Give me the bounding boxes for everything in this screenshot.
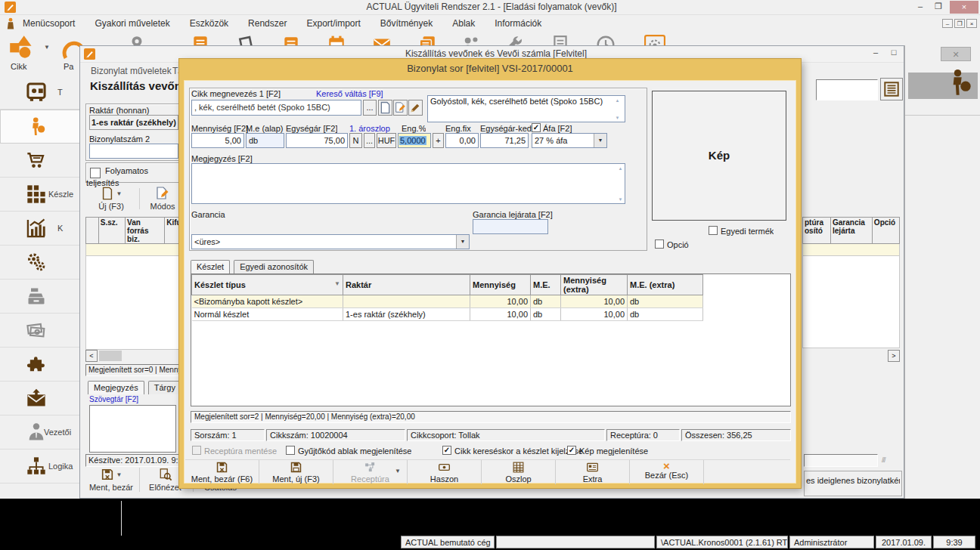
col-me-extra[interactable]: M.E. (extra) [628, 275, 703, 295]
huf-button[interactable]: HUF [377, 133, 396, 148]
grid-header-opcio[interactable]: Opció [873, 217, 900, 244]
window-menu-bizonylat[interactable]: Bizonylat műveletek [91, 66, 172, 76]
grid-body-right[interactable] [802, 256, 900, 348]
sidebar-item-safe[interactable]: T [0, 76, 80, 110]
tab-megjegyzes[interactable]: Megjegyzés [88, 381, 144, 394]
ment-bezar-window-button[interactable]: ▼ Ment, bezár [85, 468, 137, 492]
keszlet-kijelzes-checkbox[interactable] [442, 446, 451, 455]
toolbar-cikk-icon[interactable] [9, 35, 33, 59]
col-keszlet-tipus[interactable]: Készlet típus ▼ [192, 275, 343, 295]
haszon-button[interactable]: Haszon [408, 460, 482, 484]
sidebar-item-sales[interactable] [0, 110, 80, 144]
plus-button[interactable]: + [433, 133, 444, 148]
sidebar-item-send[interactable] [0, 382, 80, 416]
ar-browse-button[interactable]: ... [364, 133, 375, 148]
raktar-select[interactable]: 1-es raktár (székhely) [89, 115, 178, 130]
folyamatos-checkbox[interactable] [90, 168, 101, 178]
sidebar-item-cash-register[interactable] [0, 280, 80, 314]
oszlop-button[interactable]: Oszlop [482, 460, 556, 484]
megjegyzes-textarea[interactable] [89, 405, 176, 453]
kedv-input[interactable]: 71,25 [480, 133, 529, 148]
egyedi-termek-checkbox[interactable] [709, 226, 718, 235]
sidebar-item-settings[interactable] [0, 246, 80, 280]
cikk-input[interactable]: , kék, cserélhető betét (Spoko 15BC) [191, 100, 361, 116]
grid-header-receptura[interactable]: ptúra osító [802, 217, 831, 244]
chevron-down-icon[interactable]: ▼ [116, 190, 122, 197]
grid-row-right[interactable] [802, 244, 900, 256]
gyujtokod-checkbox[interactable] [286, 446, 295, 455]
window-close-button[interactable]: ✕ [941, 47, 971, 61]
app-maximize-button[interactable]: ❐ [930, 2, 947, 11]
kereso-valtas-link[interactable]: Kereső váltás [F9] [316, 89, 383, 98]
col-mennyiseg[interactable]: Mennyiség [470, 275, 531, 295]
menu-menucsoport[interactable]: Menücsoport [23, 18, 75, 29]
sidebar-item-money[interactable] [0, 314, 80, 348]
tab-egyedi-azonositok[interactable]: Egyedi azonosítók [234, 260, 314, 273]
sidebar-item-purchases[interactable] [0, 144, 80, 178]
modositas-button[interactable]: Módos [144, 187, 181, 211]
chevron-down-icon[interactable]: ▼ [116, 471, 122, 478]
col-mennyiseg-extra[interactable]: Mennyiség (extra) [561, 275, 628, 295]
hscroll-right-button[interactable]: > [888, 350, 900, 362]
aroszlop-link[interactable]: 1. ároszlop [349, 124, 390, 133]
afa-select[interactable]: 27 % áfa ▼ [532, 133, 607, 148]
sidebar-item-keszlet[interactable]: Készle [0, 178, 80, 212]
menu-informaciok[interactable]: Információk [495, 18, 541, 29]
n-button[interactable]: N [349, 133, 362, 148]
app-minimize-button[interactable]: – [912, 2, 929, 11]
sidebar-item-statistics[interactable]: K [0, 212, 80, 246]
grid-header-vanforras[interactable]: Van forrás biz. [126, 217, 165, 244]
grid-row-left[interactable] [85, 244, 186, 256]
menu-bovitmenyek[interactable]: Bővítmények [380, 18, 433, 29]
hscroll-left-button[interactable]: < [85, 350, 98, 362]
kep-megjelenites-checkbox[interactable] [567, 446, 576, 455]
sidebar-item-integration[interactable] [0, 348, 80, 382]
egysegar-input[interactable]: 75,00 [286, 133, 348, 148]
bizonylatszam-input[interactable] [89, 144, 178, 159]
right-input[interactable] [804, 454, 878, 467]
col-me[interactable]: M.E. [531, 275, 561, 295]
edit-item-button[interactable] [393, 100, 408, 116]
engfix-input[interactable]: 0,00 [445, 133, 479, 148]
toolbar-partner-label[interactable]: Pa [64, 62, 73, 71]
me-input[interactable]: db [246, 133, 284, 148]
col-raktar[interactable]: Raktár [343, 275, 470, 295]
menu-eszkozok[interactable]: Eszközök [190, 18, 228, 29]
bezar-button[interactable]: × Bezár (Esc) [630, 460, 704, 484]
grid-header-ssz[interactable]: S.sz. [99, 217, 126, 244]
scroll-up-icon[interactable]: ▲ [616, 165, 625, 171]
chevron-down-icon[interactable]: ▼ [456, 235, 469, 249]
mennyiseg-input[interactable]: 5,00 [191, 133, 244, 148]
menu-gyakori-muveletek[interactable]: Gyakori műveletek [95, 18, 169, 29]
chevron-down-icon[interactable]: ▼ [594, 134, 606, 147]
window-maximize-button[interactable]: □ [886, 48, 901, 57]
eng-input[interactable]: 5,0000 [398, 133, 431, 148]
opcio-checkbox[interactable] [655, 239, 664, 249]
grid-body-left[interactable] [85, 256, 186, 350]
hscroll-thumb[interactable] [99, 351, 122, 361]
mdi-minimize-button[interactable]: – [942, 19, 953, 28]
list-button[interactable] [880, 78, 903, 100]
mdi-close-button[interactable]: × [966, 19, 977, 28]
tab-targy[interactable]: Tárgy [148, 381, 181, 394]
search-input[interactable] [816, 79, 878, 100]
toolbar-cikk-label[interactable]: Cikk [11, 62, 26, 71]
menu-ablak[interactable]: Ablak [452, 18, 475, 29]
scroll-down-icon[interactable]: ▼ [616, 196, 625, 202]
ment-uj-button[interactable]: Ment, új (F3) [259, 460, 333, 484]
sidebar-item-vezetoi[interactable]: Vezetői [0, 416, 80, 450]
window-minimize-button[interactable]: – [868, 48, 883, 57]
scroll-down-icon[interactable]: ▼ [613, 115, 622, 121]
new-item-button[interactable] [378, 100, 392, 116]
szovegtar-link[interactable]: Szövegtár [F2] [89, 395, 138, 403]
cikk-full-textarea[interactable]: Golyóstoll, kék, cserélhető betét (Spoko… [427, 95, 625, 122]
megjegyzes-textarea[interactable] [191, 163, 625, 204]
extra-button[interactable]: Extra [556, 460, 630, 484]
grid-header-blank[interactable] [85, 217, 99, 244]
mdi-restore-button[interactable]: ❐ [954, 19, 965, 28]
scroll-up-icon[interactable]: ▲ [613, 97, 622, 104]
garancia-lejarata-input[interactable] [473, 219, 548, 234]
toolbar-cikk-dropdown-icon[interactable]: ▼ [44, 44, 50, 51]
grid-header-garancia-lejarta[interactable]: Garancia lejárta [831, 217, 873, 244]
sort-down-icon[interactable]: ▼ [334, 280, 340, 287]
